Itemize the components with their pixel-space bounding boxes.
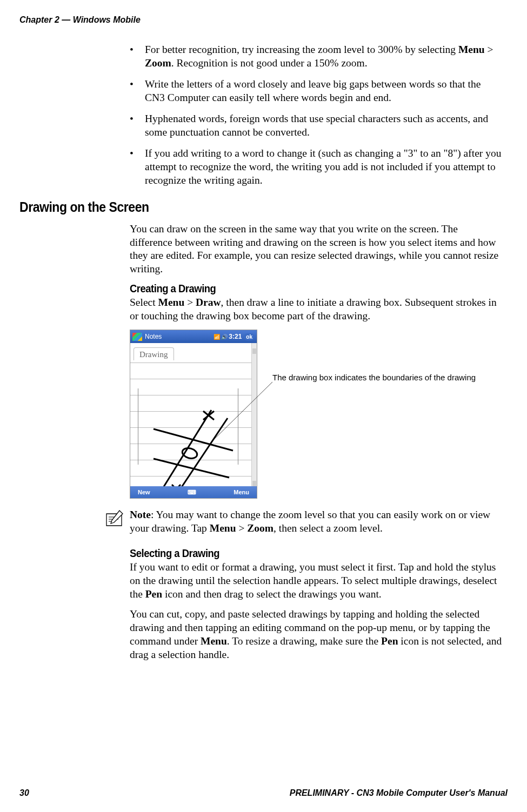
- subsection-body: If you want to edit or format a drawing,…: [130, 561, 502, 601]
- drawing-bounds: [138, 388, 238, 465]
- subsection-heading: Selecting a Drawing: [130, 547, 477, 560]
- sketch-drawing: [149, 405, 236, 496]
- list-item: •Hyphenated words, foreign words that us…: [130, 112, 502, 139]
- page-number: 30: [19, 788, 29, 798]
- signal-icon: 📶: [214, 334, 220, 340]
- bottom-toolbar: New ⌨ Menu: [130, 486, 257, 498]
- bullet-list: •For better recognition, try increasing …: [130, 43, 502, 187]
- note-text: Note: You may want to change the zoom le…: [130, 508, 502, 535]
- subsection-body: Select Menu > Draw, then draw a line to …: [130, 296, 502, 323]
- titlebar: Notes 📶 🔊 3:21 ok: [130, 330, 257, 343]
- scrollbar: [251, 343, 257, 486]
- ok-button: ok: [244, 333, 255, 340]
- footer-title: PRELIMINARY - CN3 Mobile Computer User's…: [290, 788, 508, 798]
- device-screenshot: Notes 📶 🔊 3:21 ok Drawing: [130, 330, 257, 499]
- keyboard-icon: ⌨: [185, 489, 199, 496]
- speaker-icon: 🔊: [221, 334, 228, 340]
- annotation-text: The drawing box indicates the boundaries…: [272, 373, 508, 382]
- page-header: Chapter 2 — Windows Mobile: [19, 15, 141, 25]
- page-footer: 30 PRELIMINARY - CN3 Mobile Computer Use…: [19, 788, 508, 798]
- time-display: 3:21: [229, 333, 242, 340]
- section-body: You can draw on the screen in the same w…: [130, 223, 502, 277]
- menu-button: Menu: [234, 489, 249, 495]
- drawing-canvas: Drawing: [130, 343, 251, 486]
- list-item: •Write the letters of a word closely and…: [130, 78, 502, 105]
- subsection-heading: Creating a Drawing: [130, 283, 477, 295]
- subsection-body: You can cut, copy, and paste selected dr…: [130, 608, 502, 662]
- new-button: New: [138, 489, 150, 495]
- start-icon: [132, 333, 142, 341]
- list-item: •For better recognition, try increasing …: [130, 43, 502, 70]
- app-title: Notes: [145, 333, 162, 340]
- list-item: •If you add writing to a word to change …: [130, 147, 502, 187]
- section-heading: Drawing on the Screen: [19, 199, 469, 215]
- note-icon: [103, 508, 130, 535]
- drawing-tab: Drawing: [134, 347, 174, 360]
